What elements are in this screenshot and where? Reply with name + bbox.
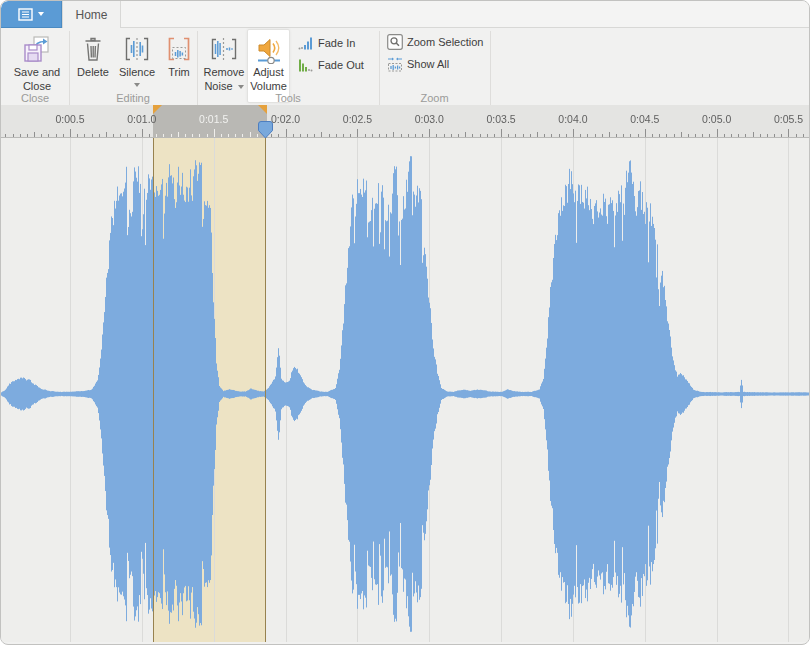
remove-noise-icon [209, 32, 239, 66]
save-close-icon [22, 32, 52, 66]
ribbon: Save and Close Delete [1, 28, 809, 106]
trim-icon [164, 32, 194, 66]
adjust-volume-label: Adjust Volume [250, 66, 287, 94]
show-all-label: Show All [407, 58, 449, 70]
group-label-editing: Editing [69, 92, 197, 104]
audio-editor-window: Home Save and Close [0, 0, 810, 645]
fade-out-label: Fade Out [318, 59, 364, 71]
chevron-down-icon [38, 12, 44, 16]
fade-in-icon [298, 35, 314, 51]
show-all-button[interactable]: Show All [383, 53, 453, 75]
adjust-volume-icon [254, 32, 284, 66]
timeline-ruler[interactable] [1, 105, 810, 138]
waveform-canvas[interactable] [1, 138, 810, 642]
delete-label: Delete [77, 66, 109, 80]
silence-icon [122, 32, 152, 66]
show-all-icon [387, 56, 403, 72]
tab-home[interactable]: Home [62, 1, 121, 28]
remove-noise-label: Remove Noise [204, 66, 245, 94]
zoom-selection-label: Zoom Selection [407, 36, 483, 48]
fade-in-label: Fade In [318, 37, 355, 49]
silence-label: Silence [119, 66, 155, 80]
group-label-close: Close [1, 92, 69, 104]
zoom-selection-icon [387, 34, 403, 50]
playhead-marker[interactable] [258, 121, 273, 139]
app-menu-button[interactable] [1, 1, 62, 28]
remove-noise-dropdown-caret[interactable] [238, 85, 244, 89]
tab-strip: Home [1, 1, 809, 28]
delete-icon [78, 32, 108, 66]
fade-in-button[interactable]: Fade In [294, 32, 359, 54]
group-label-zoom: Zoom [379, 92, 490, 104]
silence-dropdown-caret[interactable] [134, 83, 140, 87]
fade-out-button[interactable]: Fade Out [294, 54, 368, 76]
zoom-selection-button[interactable]: Zoom Selection [383, 31, 487, 53]
fade-out-icon [298, 57, 314, 73]
trim-label: Trim [168, 66, 190, 80]
save-and-close-label: Save and Close [14, 66, 60, 94]
app-menu-icon [18, 8, 33, 21]
group-label-tools: Tools [197, 92, 379, 104]
